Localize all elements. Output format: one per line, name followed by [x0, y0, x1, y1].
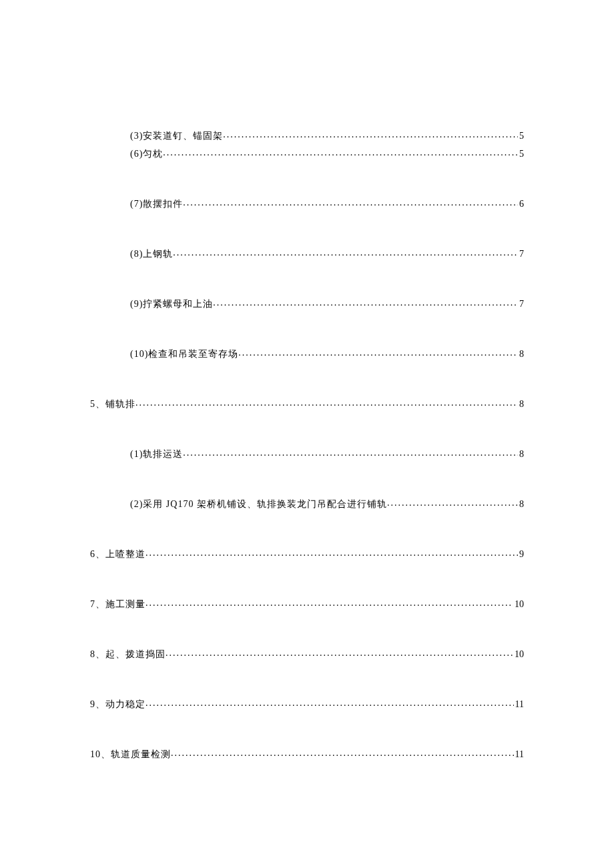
toc-leader-dots: [183, 197, 518, 207]
toc-leader-dots: [387, 498, 518, 507]
toc-entry: 5、铺轨排8: [90, 398, 524, 410]
toc-label: (8)上钢轨: [130, 248, 173, 260]
toc-leader-dots: [238, 348, 518, 357]
toc-page-number: 6: [518, 199, 524, 209]
toc-page-number: 8: [518, 449, 524, 460]
toc-label: 8、起、拨道捣固: [90, 648, 166, 661]
toc-entry: (2)采用 JQ170 架桥机铺设、轨排换装龙门吊配合进行铺轨8: [90, 498, 524, 510]
toc-label: (3)安装道钉、锚固架: [130, 130, 223, 142]
toc-entry: (7)散摆扣件6: [90, 197, 524, 210]
toc-page-number: 5: [518, 149, 524, 159]
document-page: (3)安装道钉、锚固架5(6)匀枕5(7)散摆扣件6(8)上钢轨7(9)拧紧螺母…: [0, 0, 614, 868]
toc-leader-dots: [171, 748, 514, 757]
toc-page-number: 7: [518, 299, 524, 310]
toc-entry: 7、施工测量10: [90, 598, 524, 610]
toc-page-number: 10: [513, 599, 524, 610]
toc-entry: 6、上喳整道9: [90, 548, 524, 560]
toc-entry: (6)匀枕5: [90, 147, 524, 160]
toc-leader-dots: [145, 698, 514, 707]
toc-leader-dots: [213, 298, 518, 307]
toc-page-number: 11: [514, 699, 524, 710]
toc-page-number: 10: [513, 649, 524, 660]
toc-page-number: 8: [518, 499, 524, 510]
toc-page-number: 5: [518, 131, 524, 141]
toc-label: 6、上喳整道: [90, 548, 145, 560]
toc-leader-dots: [145, 548, 518, 557]
toc-entry: 10、轨道质量检测11: [90, 748, 524, 761]
toc-leader-dots: [183, 448, 518, 457]
toc-entry: (3)安装道钉、锚固架5: [90, 129, 524, 142]
toc-leader-dots: [223, 129, 518, 139]
toc-leader-dots: [163, 147, 518, 157]
toc-entry: (10)检查和吊装至寄存场8: [90, 348, 524, 360]
toc-page-number: 7: [518, 249, 524, 260]
toc-label: (10)检查和吊装至寄存场: [130, 348, 238, 360]
toc-label: (9)拧紧螺母和上油: [130, 298, 213, 310]
toc-label: 5、铺轨排: [90, 398, 135, 410]
toc-label: (2)采用 JQ170 架桥机铺设、轨排换装龙门吊配合进行铺轨: [130, 498, 387, 510]
toc-entry: 9、动力稳定11: [90, 698, 524, 711]
toc-leader-dots: [166, 648, 513, 657]
toc-label: (1)轨排运送: [130, 448, 183, 460]
toc-label: 7、施工测量: [90, 598, 145, 610]
toc-leader-dots: [145, 598, 513, 607]
toc-page-number: 8: [518, 399, 524, 410]
toc-page-number: 8: [518, 349, 524, 360]
toc-entry: (8)上钢轨7: [90, 248, 524, 260]
toc-entry: (1)轨排运送8: [90, 448, 524, 460]
toc-page-number: 9: [518, 549, 524, 560]
toc-label: 9、动力稳定: [90, 699, 145, 711]
toc-entry: (9)拧紧螺母和上油7: [90, 298, 524, 310]
toc-leader-dots: [135, 398, 518, 407]
toc-label: (7)散摆扣件: [130, 198, 183, 210]
toc-entry: 8、起、拨道捣固10: [90, 648, 524, 661]
toc-label: 10、轨道质量检测: [90, 749, 171, 761]
toc-container: (3)安装道钉、锚固架5(6)匀枕5(7)散摆扣件6(8)上钢轨7(9)拧紧螺母…: [90, 129, 524, 761]
toc-leader-dots: [173, 248, 518, 257]
toc-label: (6)匀枕: [130, 148, 163, 160]
toc-page-number: 11: [514, 749, 524, 760]
